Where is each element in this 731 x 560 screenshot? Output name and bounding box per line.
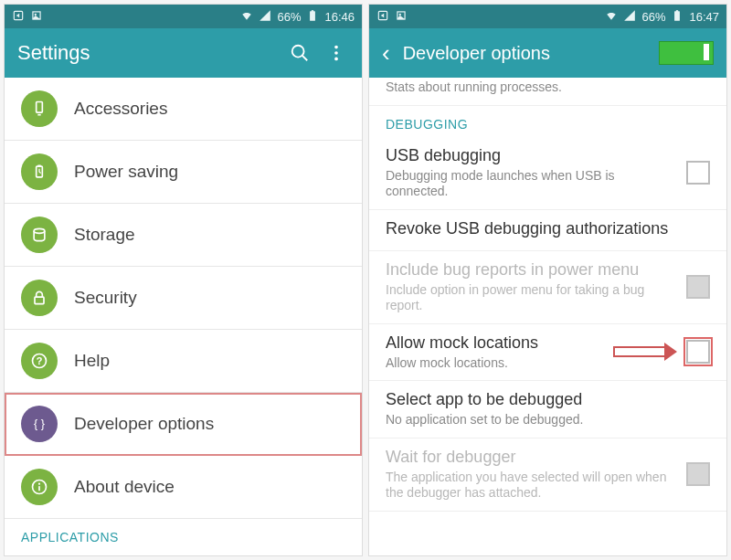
svg-rect-3 bbox=[311, 11, 316, 20]
row-title: Select app to be debugged bbox=[386, 390, 710, 409]
settings-row-storage[interactable]: Storage bbox=[5, 204, 362, 267]
row-title: Revoke USB debugging authorizations bbox=[386, 219, 710, 238]
status-icon-app2 bbox=[30, 9, 43, 25]
signal-icon bbox=[259, 9, 271, 25]
row-process-stats[interactable]: Stats about running processes. bbox=[369, 78, 726, 106]
status-bar: 66% 16:46 bbox=[5, 5, 362, 28]
svg-point-7 bbox=[334, 46, 338, 49]
dev-row-usb-debugging[interactable]: USB debuggingDebugging mode launches whe… bbox=[369, 137, 726, 210]
svg-rect-10 bbox=[37, 102, 43, 113]
back-button[interactable]: ‹ bbox=[382, 41, 390, 65]
checkbox[interactable] bbox=[686, 340, 710, 364]
row-label: Storage bbox=[74, 225, 135, 245]
row-title: USB debugging bbox=[386, 146, 677, 165]
row-subtitle: Stats about running processes. bbox=[386, 79, 710, 96]
power-icon bbox=[21, 153, 58, 190]
settings-row-accessories[interactable]: Accessories bbox=[5, 78, 362, 141]
checkbox bbox=[686, 275, 710, 299]
status-time: 16:46 bbox=[324, 10, 355, 24]
dev-row-allow-mock-locations[interactable]: Allow mock locationsAllow mock locations… bbox=[369, 324, 726, 382]
phone-right: 66% 16:47 ‹ Developer options Stats abou… bbox=[368, 4, 727, 556]
svg-point-8 bbox=[334, 51, 338, 55]
battery-percent: 66% bbox=[641, 10, 665, 24]
dev-row-include-bug-reports-in-power-menu: Include bug reports in power menuInclude… bbox=[369, 251, 726, 324]
status-icon-app2 bbox=[395, 9, 408, 25]
svg-rect-25 bbox=[676, 10, 678, 12]
settings-list: AccessoriesPower savingStorageSecurity?H… bbox=[5, 78, 362, 555]
dev-row-revoke-usb-debugging-authorizations[interactable]: Revoke USB debugging authorizations bbox=[369, 210, 726, 251]
svg-text:{ }: { } bbox=[34, 417, 45, 430]
svg-point-9 bbox=[334, 58, 338, 61]
annotation-arrow bbox=[613, 343, 677, 360]
row-subtitle: Debugging mode launches when USB is conn… bbox=[386, 168, 677, 200]
dev-row-wait-for-debugger: Wait for debuggerThe application you hav… bbox=[369, 438, 726, 512]
signal-icon bbox=[623, 9, 636, 25]
settings-row-help[interactable]: ?Help bbox=[5, 330, 362, 393]
status-icon-app1 bbox=[12, 9, 25, 25]
status-time: 16:47 bbox=[689, 10, 719, 24]
row-label: Developer options bbox=[74, 414, 214, 434]
developer-options-list: Stats about running processes. DEBUGGING… bbox=[369, 78, 726, 555]
status-bar: 66% 16:47 bbox=[369, 5, 726, 28]
row-subtitle: Allow mock locations. bbox=[386, 355, 604, 372]
help-icon: ? bbox=[21, 343, 58, 379]
section-header-applications: APPLICATIONS bbox=[5, 519, 362, 550]
row-subtitle: Include option in power menu for taking … bbox=[386, 282, 677, 314]
dev-row-select-app-to-be-debugged[interactable]: Select app to be debuggedNo application … bbox=[369, 381, 726, 438]
row-title: Allow mock locations bbox=[386, 333, 604, 353]
svg-rect-20 bbox=[38, 486, 40, 491]
storage-icon bbox=[21, 217, 58, 253]
settings-row-security[interactable]: Security bbox=[5, 267, 362, 330]
svg-point-2 bbox=[35, 13, 37, 15]
svg-point-5 bbox=[292, 46, 304, 58]
master-toggle[interactable] bbox=[659, 41, 714, 65]
row-title: Wait for debugger bbox=[386, 448, 677, 467]
accessories-icon bbox=[21, 90, 58, 127]
svg-rect-12 bbox=[37, 165, 40, 167]
app-title: Developer options bbox=[403, 43, 648, 64]
security-icon bbox=[21, 280, 58, 316]
row-label: Security bbox=[74, 288, 137, 308]
wifi-icon bbox=[605, 9, 618, 25]
svg-rect-4 bbox=[312, 10, 313, 12]
row-label: Power saving bbox=[74, 162, 178, 182]
svg-point-23 bbox=[399, 13, 401, 15]
app-title: Settings bbox=[17, 41, 276, 65]
row-title: Include bug reports in power menu bbox=[386, 260, 677, 280]
section-header-debugging: DEBUGGING bbox=[369, 106, 726, 137]
app-bar: Settings bbox=[5, 28, 362, 78]
svg-point-19 bbox=[38, 483, 40, 485]
phone-left: 66% 16:46 Settings AccessoriesPower savi… bbox=[4, 4, 363, 556]
svg-point-13 bbox=[34, 228, 45, 233]
battery-icon bbox=[671, 9, 683, 25]
overflow-menu-button[interactable] bbox=[323, 40, 349, 66]
settings-row-devopts[interactable]: { }Developer options bbox=[5, 393, 362, 456]
app-bar: ‹ Developer options bbox=[369, 28, 726, 78]
battery-icon bbox=[306, 9, 319, 25]
wifi-icon bbox=[240, 9, 253, 25]
checkbox bbox=[686, 462, 710, 486]
svg-text:?: ? bbox=[37, 355, 43, 366]
row-label: About device bbox=[74, 477, 175, 497]
svg-line-6 bbox=[302, 56, 308, 61]
battery-percent: 66% bbox=[277, 10, 301, 24]
row-label: Help bbox=[74, 351, 110, 371]
settings-row-power[interactable]: Power saving bbox=[5, 141, 362, 204]
about-icon bbox=[21, 469, 58, 505]
status-icon-app1 bbox=[376, 9, 389, 25]
devopts-icon: { } bbox=[21, 406, 58, 442]
row-subtitle: The application you have selected will o… bbox=[386, 470, 677, 502]
checkbox[interactable] bbox=[686, 161, 710, 185]
svg-rect-24 bbox=[675, 11, 681, 20]
row-label: Accessories bbox=[74, 99, 167, 119]
settings-row-about[interactable]: About device bbox=[5, 456, 362, 519]
svg-rect-14 bbox=[35, 297, 44, 304]
row-subtitle: No application set to be debugged. bbox=[386, 412, 710, 428]
search-button[interactable] bbox=[287, 40, 313, 66]
